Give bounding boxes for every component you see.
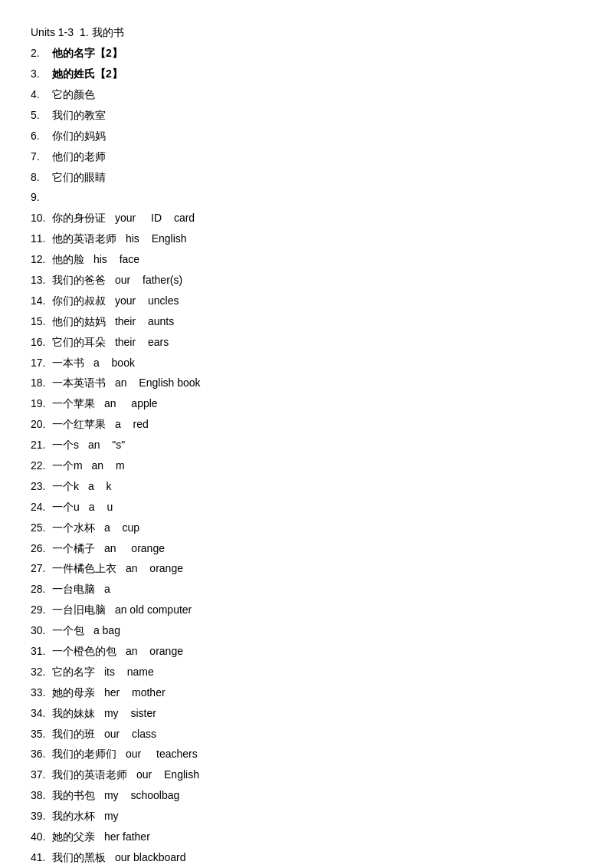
list-item: 31. 一个橙色的包 an orange <box>31 642 582 662</box>
item-text: 她的母亲 her mother <box>52 683 582 703</box>
list-item: 34. 我的妹妹 my sister <box>31 704 582 724</box>
list-item: 18. 一本英语书 an English book <box>31 373 582 393</box>
item-text: 一台电脑 a <box>52 580 582 600</box>
list-item: 35. 我们的班 our class <box>31 725 582 745</box>
item-text <box>52 188 582 208</box>
item-text: 一个橙色的包 an orange <box>52 642 582 662</box>
item-text: 我们的英语老师 our English <box>52 765 582 785</box>
item-text: 我们的老师们 our teachers <box>52 745 582 764</box>
list-item: 12. 他的脸 his face <box>31 250 582 270</box>
item-text: 我的书包 my schoolbag <box>52 786 582 806</box>
list-item: 3. 她的姓氏【2】 <box>31 64 582 84</box>
item-num: 13. <box>31 271 52 291</box>
item-text: 一个m an m <box>52 456 582 476</box>
list-item: 41. 我们的黑板 our blackboard <box>31 848 582 868</box>
item-num: 4. <box>31 85 52 105</box>
item-text: 他们的姑妈 their aunts <box>52 312 582 332</box>
item-num: 8. <box>31 168 52 188</box>
list-item: 33. 她的母亲 her mother <box>31 683 582 703</box>
list-item: 4. 它的颜色 <box>31 85 582 105</box>
list-item: 29. 一台旧电脑 an old computer <box>31 600 582 620</box>
list-item: 5. 我们的教室 <box>31 106 582 126</box>
item-num: 41. <box>31 848 52 868</box>
item-text: 一个包 a bag <box>52 621 582 641</box>
item-text: 你们的妈妈 <box>52 127 582 146</box>
list-item: 10. 你的身份证 your ID card <box>31 209 582 229</box>
item-text: 我们的班 our class <box>52 725 582 745</box>
item-text: 我的妹妹 my sister <box>52 704 582 724</box>
item-num: 14. <box>31 291 52 311</box>
list-item: 28. 一台电脑 a <box>31 580 582 600</box>
main-content: Units 1-3 1. 我的书 2. 他的名字【2】 3. 她的姓氏【2】 4… <box>31 23 582 868</box>
item-num: 27. <box>31 559 52 579</box>
item-num: 18. <box>31 373 52 393</box>
list-item: 20. 一个红苹果 a red <box>31 415 582 435</box>
list-item: 23. 一个k a k <box>31 477 582 497</box>
item-num: 16. <box>31 333 52 353</box>
list-item: 17. 一本书 a book <box>31 353 582 373</box>
item-num: 20. <box>31 415 52 435</box>
list-item: 6. 你们的妈妈 <box>31 127 582 146</box>
item-num: 23. <box>31 477 52 497</box>
item-num: 36. <box>31 745 52 764</box>
list-item: 25. 一个水杯 a cup <box>31 518 582 538</box>
item-text: 一个s an "s" <box>52 436 582 455</box>
item-num: 19. <box>31 394 52 414</box>
item-num: 34. <box>31 704 52 724</box>
item-num: 5. <box>31 106 52 126</box>
item-text: 一本书 a book <box>52 353 582 373</box>
list-item: 16. 它们的耳朵 their ears <box>31 333 582 353</box>
item-text: 他的脸 his face <box>52 250 582 270</box>
item-num: 2. <box>31 44 52 64</box>
item-num: 28. <box>31 580 52 600</box>
list-item: 27. 一件橘色上衣 an orange <box>31 559 582 579</box>
item-num: 11. <box>31 229 52 249</box>
item-text: 它的名字 its name <box>52 663 582 682</box>
item-num: 3. <box>31 64 52 84</box>
item-1: 1. 我的书 <box>80 23 124 42</box>
item-num: 26. <box>31 539 52 559</box>
item-text: 他的英语老师 his English <box>52 229 582 249</box>
list-item: 9. <box>31 188 582 208</box>
item-text: 一个红苹果 a red <box>52 415 582 435</box>
item-num: 21. <box>31 436 52 455</box>
item-num: 17. <box>31 353 52 373</box>
item-text: 一个水杯 a cup <box>52 518 582 538</box>
list-item: 2. 他的名字【2】 <box>31 44 582 64</box>
list-item: 22. 一个m an m <box>31 456 582 476</box>
item-text: 你们的叔叔 your uncles <box>52 291 582 311</box>
list-item: 30. 一个包 a bag <box>31 621 582 641</box>
item-num: 25. <box>31 518 52 538</box>
item-num: 15. <box>31 312 52 332</box>
list-item: 38. 我的书包 my schoolbag <box>31 786 582 806</box>
item-text: 一件橘色上衣 an orange <box>52 559 582 579</box>
item-num: 12. <box>31 250 52 270</box>
item-num: 39. <box>31 807 52 827</box>
item-num: 29. <box>31 600 52 620</box>
item-num: 10. <box>31 209 52 229</box>
item-num: 6. <box>31 127 52 146</box>
item-text: 我的水杯 my <box>52 807 582 827</box>
item-num: 40. <box>31 827 52 847</box>
item-text: 我们的爸爸 our father(s) <box>52 271 582 291</box>
item-text: 一个苹果 an apple <box>52 394 582 414</box>
list-item: 21. 一个s an "s" <box>31 436 582 455</box>
item-text: 我们的黑板 our blackboard <box>52 848 582 868</box>
list-item: 15. 他们的姑妈 their aunts <box>31 312 582 332</box>
item-text: 它们的眼睛 <box>52 168 582 188</box>
item-text: 他们的老师 <box>52 147 582 167</box>
item-text: 它们的耳朵 their ears <box>52 333 582 353</box>
list-item: 37. 我们的英语老师 our English <box>31 765 582 785</box>
item-num: 9. <box>31 188 52 208</box>
item-text: 它的颜色 <box>52 85 582 105</box>
list-item: 13. 我们的爸爸 our father(s) <box>31 271 582 291</box>
list-item: 32. 它的名字 its name <box>31 663 582 682</box>
item-text: 一台旧电脑 an old computer <box>52 600 582 620</box>
header-line: Units 1-3 1. 我的书 <box>31 23 582 42</box>
list-item: 14. 你们的叔叔 your uncles <box>31 291 582 311</box>
list-item: 19. 一个苹果 an apple <box>31 394 582 414</box>
item-num: 30. <box>31 621 52 641</box>
item-num: 7. <box>31 147 52 167</box>
item-num: 33. <box>31 683 52 703</box>
list-item: 11. 他的英语老师 his English <box>31 229 582 249</box>
